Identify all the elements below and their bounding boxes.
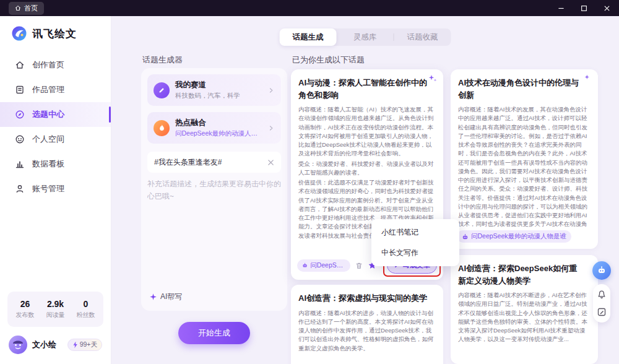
topic-overview: 内容概述：随着人工智能（AI）技术的飞速发展，其在动漫创作领域的应用也越来越广泛…	[298, 105, 436, 158]
topic-card-footer: 问DeepSeek最帅的动漫人物是谁	[457, 230, 592, 243]
topic-card-body: 内容概述：随着AI技术的进步，动漫人物的设计与创作已经达到了一个新的高度。本文将…	[298, 309, 436, 364]
window-close-icon	[604, 5, 610, 12]
stat-value: 2.9k	[40, 299, 71, 309]
pen-icon	[154, 82, 170, 98]
stat-label: 阅读量	[40, 311, 71, 319]
stat-label: 粉丝数	[71, 311, 101, 319]
topic-audience: 受众：动漫爱好者、科技爱好者、动漫从业者以及对人工智能感兴趣的读者。	[298, 160, 436, 178]
sidebar-item-topic-center[interactable]: 选题中心	[0, 102, 111, 127]
edit-icon	[597, 307, 607, 317]
dashboard-icon	[15, 159, 25, 169]
topic-generator-panel: 我的赛道 科技数码，汽车，科学 热点融合 问DeepSeek最帅的动漫人物...	[141, 68, 287, 311]
sidebar-item-label: 个人空间	[32, 134, 64, 145]
membership-days: 99+天	[80, 340, 97, 349]
topic-card-ethics-innovation: AI技术在动漫角色设计中的伦理与创新 内容概述：随着AI技术的发展，其在动漫角色…	[451, 69, 598, 249]
topic-card-body: 内容概述：随着AI技术的不断进步，AI在艺术创作领域的应用日益广泛。特别是动漫产…	[458, 291, 591, 359]
delete-topic-button[interactable]	[355, 261, 363, 270]
topic-card-virtual-aesthetics: AI创造营：探索虚拟与现实间的美学 内容概述：随着AI技术的进步，动漫人物的设计…	[291, 285, 443, 364]
topic-tabs: 话题生成 灵感库 话题收藏	[280, 28, 451, 46]
topic-icon	[15, 110, 25, 119]
close-button[interactable]	[604, 5, 610, 12]
close-icon[interactable]	[267, 159, 274, 166]
ai-write-button[interactable]: AI帮写	[149, 292, 182, 302]
menu-item-long-article[interactable]: 中长文写作	[371, 243, 459, 263]
topic-card-title: AI与动漫：探索人工智能在创作中的角色和影响	[298, 77, 436, 101]
maximize-button[interactable]	[581, 5, 587, 12]
deepseek-source-text: 问DeepSeek最帅的动漫人物是谁	[471, 232, 566, 241]
chevron-right-icon	[267, 124, 275, 132]
app-name: 讯飞绘文	[32, 27, 77, 41]
topic-overview: 内容概述：随着AI技术的发展，其在动漫角色设计中的应用越来越广泛。通过AI技术，…	[458, 105, 591, 229]
stat-followers: 0 粉丝数	[71, 299, 101, 319]
minimize-button[interactable]	[558, 5, 565, 12]
flame-icon	[154, 120, 170, 136]
my-track-subtitle: 科技数码，汽车，科学	[175, 92, 240, 100]
app-brand: 讯飞绘文	[0, 16, 111, 53]
stat-label: 发布数	[10, 311, 40, 319]
sidebar-item-label: 账号管理	[32, 183, 64, 194]
trash-icon	[355, 261, 363, 270]
floating-toolbar	[592, 261, 611, 323]
main-content: 话题生成 灵感库 话题收藏 话题生成器 已为你生成以下话题 我的赛道 科技数码，…	[111, 16, 619, 364]
sidebar-menu: 创作首页 作品管理 选题中心 个人空间 数据看板 账号管理	[0, 53, 111, 201]
sparkle-icon	[584, 74, 592, 82]
tool-pill	[593, 284, 610, 323]
my-track-title: 我的赛道	[175, 80, 240, 90]
works-icon	[15, 85, 25, 95]
sparkle-icon	[428, 74, 438, 84]
chevron-right-icon	[267, 87, 275, 94]
write-format-menu: 小红书笔记 中长文写作	[371, 219, 459, 266]
start-generate-button[interactable]: 开始生成	[178, 322, 250, 344]
tab-topic-generate[interactable]: 话题生成	[280, 28, 337, 46]
home-icon	[15, 5, 21, 11]
deepseek-source-tag: 问DeepSeek...	[297, 259, 350, 272]
app-logo-icon	[11, 25, 27, 41]
stat-published: 26 发布数	[10, 299, 40, 319]
window-titlebar: 首页	[0, 0, 619, 16]
home-icon	[15, 60, 25, 70]
space-icon	[15, 134, 25, 144]
sidebar-item-works[interactable]: 作品管理	[0, 77, 111, 102]
sidebar-item-personal-space[interactable]: 个人空间	[0, 127, 111, 152]
topic-card-title: AI创造营：探索虚拟与现实间的美学	[298, 292, 436, 305]
assistant-button[interactable]	[592, 261, 611, 280]
sidebar-item-create-home[interactable]: 创作首页	[0, 53, 111, 77]
sparkle-icon	[149, 293, 157, 301]
home-tab[interactable]: 首页	[9, 2, 44, 15]
bell-icon	[597, 290, 607, 300]
robot-icon	[462, 233, 469, 240]
menu-item-xiaohongshu-note[interactable]: 小红书笔记	[371, 222, 459, 243]
tab-topic-favorites[interactable]: 话题收藏	[394, 28, 451, 46]
sidebar-item-label: 创作首页	[32, 59, 64, 71]
home-tab-label: 首页	[24, 4, 38, 13]
topic-overview: 内容概述：随着AI技术的进步，动漫人物的设计与创作已经达到了一个新的高度。本文将…	[298, 309, 436, 353]
topic-overview: 内容概述：随着AI技术的不断进步，AI在艺术创作领域的应用日益广泛。特别是动漫产…	[458, 291, 591, 344]
hot-fusion-card[interactable]: 热点融合 问DeepSeek最帅的动漫人物...	[147, 112, 281, 144]
notifications-button[interactable]	[597, 290, 607, 300]
account-icon	[15, 184, 25, 194]
my-track-card[interactable]: 我的赛道 科技数码，汽车，科学	[147, 74, 281, 106]
stat-value: 0	[71, 299, 101, 309]
assistant-icon	[597, 266, 607, 275]
sidebar-item-account[interactable]: 账号管理	[0, 176, 111, 201]
topic-card-redefine-aesthetics: AI创造营：探索DeepSeek如何重新定义动漫人物美学 内容概述：随着AI技术…	[451, 255, 598, 364]
maximize-icon	[581, 5, 587, 12]
robot-icon	[302, 262, 308, 269]
user-name: 文小绘	[32, 339, 56, 350]
topic-card-title: AI创造营：探索DeepSeek如何重新定义动漫人物美学	[458, 262, 591, 287]
ai-write-label: AI帮写	[160, 292, 182, 302]
topic-card-body: 内容概述：随着AI技术的发展，其在动漫角色设计中的应用越来越广泛。通过AI技术，…	[458, 105, 591, 229]
topic-tag-text: #我在头条重逢老友#	[154, 157, 222, 168]
deepseek-source-text: 问DeepSeek...	[310, 261, 345, 270]
feedback-edit-button[interactable]	[597, 307, 607, 317]
results-heading: 已为你生成以下话题	[292, 54, 365, 66]
sidebar-item-data-dashboard[interactable]: 数据看板	[0, 152, 111, 176]
tab-inspiration[interactable]: 灵感库	[337, 28, 394, 46]
topic-card-title: AI技术在动漫角色设计中的伦理与创新	[458, 77, 591, 101]
sidebar-item-label: 作品管理	[32, 84, 64, 95]
membership-badge: 99+天	[67, 339, 102, 351]
sidebar-item-label: 选题中心	[32, 109, 64, 120]
lightning-icon	[72, 341, 78, 349]
topic-description-input[interactable]	[147, 178, 281, 271]
user-profile[interactable]: 文小绘 99+天	[0, 334, 111, 364]
